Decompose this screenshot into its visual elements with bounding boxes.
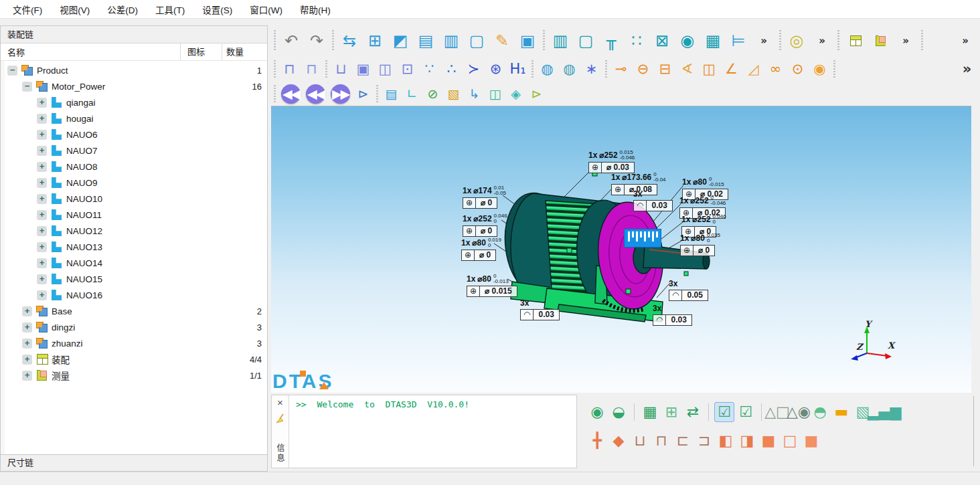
expand-toggle[interactable]: +	[37, 258, 47, 268]
export-run-button[interactable]: ↳	[465, 84, 484, 104]
expand-toggle[interactable]: +	[37, 242, 47, 252]
tree-item-NAUO11[interactable]: +NAUO11	[1, 207, 267, 223]
overflow-row1[interactable]: »	[953, 29, 977, 53]
expand-toggle[interactable]: +	[22, 306, 32, 316]
concentric-rings-button[interactable]: ∞	[765, 59, 786, 80]
circle-points-button[interactable]: ◉	[675, 29, 700, 53]
expand-toggle[interactable]: +	[37, 98, 47, 108]
dome-target-button[interactable]: ◓	[810, 402, 830, 422]
bar-chart-button[interactable]: ▂▄▆	[874, 402, 894, 422]
bind-cylinder-b-button[interactable]: ◍	[559, 59, 580, 80]
simulation-monitor-button[interactable]: ⊳	[353, 84, 373, 104]
tree-item-NAUO13[interactable]: +NAUO13	[1, 239, 267, 255]
overflow-assembly[interactable]: »	[894, 29, 918, 53]
menu-help[interactable]: 帮助(H)	[291, 0, 339, 19]
skip-to-start-button[interactable]: ◀◀	[281, 84, 301, 104]
check-view-b-button[interactable]: ☑	[736, 402, 756, 422]
new-project-button[interactable]: ⊞	[363, 29, 387, 53]
dimension-chain-tab[interactable]: 尺寸链	[1, 454, 267, 471]
database-slice-button[interactable]: ⊘	[423, 84, 442, 104]
shaded-view-button[interactable]: ■	[758, 431, 779, 451]
network-button[interactable]: ⊛	[485, 59, 506, 80]
gdt-callout-9[interactable]: 3x◠0.05	[669, 279, 708, 301]
tree-item-NAUO6[interactable]: +NAUO6	[1, 126, 267, 142]
cube-in-box-button[interactable]: ▣	[353, 59, 374, 80]
fixture-b-button[interactable]: ⊓	[301, 59, 322, 80]
cube-button[interactable]: ◫	[375, 59, 396, 80]
clear-broom-icon[interactable]	[275, 413, 286, 426]
pages-book-button[interactable]: ◫	[485, 84, 505, 104]
tree-item-NAUO12[interactable]: +NAUO12	[1, 223, 267, 239]
tree-item-Base[interactable]: +Base2	[1, 303, 267, 319]
expand-toggle[interactable]: +	[37, 194, 47, 204]
h1-label-button[interactable]: H₁	[507, 59, 528, 80]
gdt-callout-7[interactable]: 1x⌀800-0.013⊕⌀ 0.015	[467, 274, 517, 297]
wireframe-view-button[interactable]: □	[780, 431, 800, 451]
cube-3d-button[interactable]: ◈	[506, 84, 525, 104]
gdt-callout-3[interactable]: 3x◠0.03	[633, 189, 673, 211]
gdt-callout-6[interactable]: 1x⌀800.0190⊕⌀ 0	[461, 238, 501, 261]
redo-button[interactable]: ↷	[305, 29, 329, 53]
drawing-gear-button[interactable]: ▧	[444, 84, 463, 104]
angularity-button[interactable]: ∢	[677, 59, 698, 80]
platform-pins-button[interactable]: ⊔	[331, 59, 351, 80]
gdt-callout-10[interactable]: 3x◠0.03	[653, 304, 692, 326]
gdt-callout-14[interactable]: 1x⌀800.0350⊕⌀ 0	[680, 233, 720, 256]
tree-item-装配[interactable]: +装配4/4	[1, 351, 267, 367]
menu-tools[interactable]: 工具(T)	[147, 0, 193, 19]
panel-window-button[interactable]: ▢	[574, 29, 598, 53]
show-magnify-button[interactable]: ◉	[587, 402, 607, 422]
fixture-a-button[interactable]: ⊓	[279, 59, 300, 80]
menu-settings[interactable]: 设置(S)	[193, 0, 241, 19]
expand-toggle[interactable]: +	[37, 162, 47, 172]
tree-item-hougai[interactable]: +hougai	[1, 110, 267, 126]
shapes-outline-button[interactable]: △□	[767, 402, 787, 422]
menu-file[interactable]: 文件(F)	[4, 0, 51, 19]
cube-pins-button[interactable]: ⊡	[397, 59, 418, 80]
report-machine-button[interactable]: ▤	[382, 84, 401, 104]
right-view-button[interactable]: ⊐	[694, 431, 714, 451]
grid-all-button[interactable]: ▦	[640, 402, 660, 422]
angle-measure-button[interactable]: ∠	[721, 59, 742, 80]
measurement-marker[interactable]	[624, 229, 661, 248]
report-compare-button[interactable]: ▥	[439, 29, 463, 53]
distance-tol-button[interactable]: ⊟	[655, 59, 675, 80]
link-points-button[interactable]: ∴	[441, 59, 462, 80]
tree-item-dingzi[interactable]: +dingzi3	[1, 319, 267, 335]
import-project-button[interactable]: ⇆	[337, 29, 361, 53]
expand-toggle[interactable]: +	[37, 210, 47, 220]
scatter-star-button[interactable]: ∗	[581, 59, 602, 80]
solid-view-button[interactable]: ■	[801, 431, 821, 451]
run-analysis-button[interactable]: ⊳	[527, 84, 546, 104]
measure-tool-button[interactable]	[868, 29, 892, 53]
gdt-callout-4[interactable]: 1x⌀1740.01-0.05⊕⌀ 0	[463, 186, 506, 209]
gdt-callout-8[interactable]: 3x◠0.03	[520, 298, 560, 320]
mesh-grid-button[interactable]: ▦	[701, 29, 725, 53]
shapes-target-button[interactable]: △◉	[789, 402, 809, 422]
grid-outline-button[interactable]: ⊞	[661, 402, 681, 422]
circle-fill-button[interactable]: ◉	[809, 59, 830, 80]
left-view-button[interactable]: ⊏	[673, 431, 693, 451]
expand-toggle[interactable]: +	[22, 355, 32, 365]
step-forward-button[interactable]: ▶▶	[331, 84, 350, 104]
swap-views-button[interactable]: ⇄	[683, 402, 703, 422]
info-tab-label[interactable]: 信息	[274, 444, 286, 464]
expand-toggle[interactable]: +	[22, 338, 32, 349]
straightness-button[interactable]: ⊸	[610, 59, 631, 80]
assembly-tool-button[interactable]	[843, 29, 867, 53]
constraint-cross-button[interactable]: ⊠	[650, 29, 674, 53]
tree-item-Motor_Power[interactable]: −Motor_Power16	[1, 78, 267, 94]
top-view-button[interactable]: ⊓	[651, 431, 671, 451]
overflow-files[interactable]: »	[752, 29, 776, 53]
3d-viewport[interactable]: 1x⌀2520.015-0.046⊕⌀ 0.031x⌀173.660-0.04⊕…	[271, 106, 971, 393]
datum-target-button[interactable]: ◎	[785, 29, 809, 53]
diameter-tol-button[interactable]: ⊖	[633, 59, 653, 80]
bolt-pin-button[interactable]: ⊨	[726, 29, 750, 53]
expand-toggle[interactable]: +	[37, 114, 47, 124]
front-view-button[interactable]: ◧	[716, 431, 736, 451]
export-document-button[interactable]: ▣	[515, 29, 540, 53]
step-back-button[interactable]: ◀◀	[306, 84, 325, 104]
gdt-callout-5[interactable]: 1x⌀2520.0460⊕⌀ 0	[463, 214, 507, 237]
expand-toggle[interactable]: +	[22, 371, 32, 381]
bind-cylinder-a-button[interactable]: ◍	[537, 59, 558, 80]
